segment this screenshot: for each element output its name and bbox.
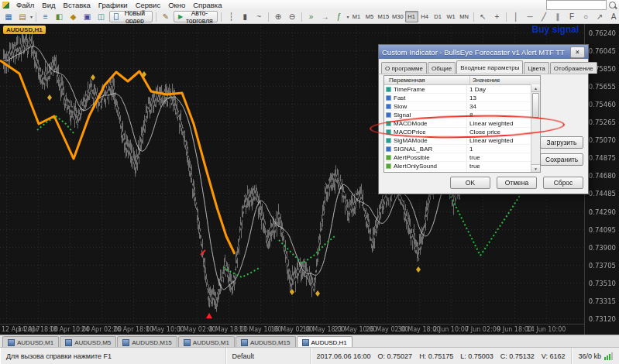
dialog-tab[interactable]: О программе bbox=[381, 62, 427, 74]
profiles-dropdown[interactable]: ▾ bbox=[29, 11, 33, 22]
param-value[interactable]: true bbox=[467, 154, 540, 161]
chart-tab-label: AUDUSD,H1 bbox=[311, 339, 347, 346]
menu-view[interactable]: Вид bbox=[38, 1, 59, 9]
status-profile[interactable]: Default bbox=[226, 348, 311, 364]
param-row[interactable]: MACDPriceClose price bbox=[384, 128, 540, 136]
autotrade-button[interactable]: ▶Авто-торговля bbox=[174, 11, 218, 22]
data-window-icon[interactable]: ◧ bbox=[53, 10, 67, 23]
price-label: 0.75655 bbox=[589, 83, 616, 91]
bars-chart-icon[interactable]: ┆ bbox=[224, 10, 238, 23]
menu-help[interactable]: Справка bbox=[189, 1, 225, 9]
dialog-tab[interactable]: Цвета bbox=[524, 62, 549, 74]
menu-tools[interactable]: Сервис bbox=[132, 1, 165, 9]
chart-tab-audusd-m1[interactable]: AUDUSD,M1 bbox=[2, 336, 59, 348]
param-row[interactable]: TimeFrame1 Day bbox=[384, 85, 540, 94]
close-icon[interactable]: × bbox=[570, 46, 585, 58]
param-value[interactable]: Linear weighted bbox=[467, 137, 540, 144]
chart-tab-audusd-m5[interactable]: AUDUSD,M5 bbox=[60, 336, 116, 348]
timeframe-w1[interactable]: W1 bbox=[445, 11, 458, 22]
candles-chart-icon[interactable]: ▮ bbox=[238, 10, 252, 23]
vertical-line-tool-icon[interactable]: │ bbox=[509, 10, 523, 23]
chart-tab-audusd-m15[interactable]: AUDUSD,M15 bbox=[236, 336, 296, 348]
chart-tab-audusd-m15[interactable]: AUDUSD,M15 bbox=[117, 336, 177, 348]
market-watch-icon[interactable]: ≡ bbox=[39, 10, 53, 23]
param-row[interactable]: AlertOnlySoundtrue bbox=[384, 162, 540, 170]
terminal-icon[interactable]: ▣ bbox=[81, 10, 95, 23]
param-value[interactable]: alert2.wav bbox=[467, 171, 540, 173]
param-value[interactable]: Linear weighted bbox=[467, 120, 540, 127]
param-value[interactable]: 34 bbox=[467, 103, 540, 110]
channel-tool-icon[interactable]: ∥ bbox=[551, 10, 565, 23]
line-chart-icon[interactable]: ~ bbox=[252, 10, 266, 23]
scroll-down-icon[interactable]: ▼ bbox=[531, 164, 540, 172]
search-icon[interactable] bbox=[609, 2, 616, 9]
param-row[interactable]: SigMAModeLinear weighted bbox=[384, 136, 540, 145]
autotrade-play-icon: ▶ bbox=[178, 13, 183, 20]
scroll-thumb[interactable] bbox=[532, 93, 539, 118]
menu-charts[interactable]: Графики bbox=[95, 1, 132, 9]
new-order-button[interactable]: Новый ордер bbox=[109, 11, 153, 22]
shapes-tool-icon[interactable]: ○ bbox=[579, 10, 593, 23]
param-value[interactable]: 8 bbox=[467, 112, 540, 118]
timeframe-m1[interactable]: M1 bbox=[349, 11, 363, 22]
cursor-icon[interactable]: ↖ bbox=[476, 10, 490, 23]
arrows-tool-icon[interactable]: ↗ bbox=[593, 10, 607, 23]
chart-tab-audusd-h1[interactable]: AUDUSD,H1 bbox=[297, 336, 352, 348]
timeframe-d1[interactable]: D1 bbox=[432, 11, 445, 22]
chart-tab-audusd-m1[interactable]: AUDUSD,M1 bbox=[178, 336, 235, 348]
param-name-cell: Fast bbox=[384, 94, 467, 101]
param-value[interactable]: 13 bbox=[467, 94, 540, 101]
dialog-tab[interactable]: Входные параметры bbox=[456, 60, 523, 74]
profiles-icon[interactable]: ▤ bbox=[15, 10, 29, 23]
table-scrollbar[interactable]: ▲ ▼ bbox=[531, 84, 540, 172]
toolbar-separator bbox=[506, 12, 507, 22]
timeframe-m30[interactable]: M30 bbox=[390, 11, 405, 22]
timeframe-h1[interactable]: H1 bbox=[405, 11, 418, 22]
trendline-tool-icon[interactable]: ╱ bbox=[537, 10, 551, 23]
reset-button[interactable]: Сброс bbox=[543, 177, 583, 189]
param-value[interactable]: 1 Day bbox=[467, 86, 540, 93]
param-row[interactable]: AlertPossibletrue bbox=[384, 153, 540, 162]
menu-file[interactable]: Файл bbox=[12, 1, 38, 9]
dialog-tab[interactable]: Отображение bbox=[550, 62, 597, 74]
metaeditor-icon[interactable]: ✎ bbox=[159, 10, 173, 23]
navigator-icon[interactable]: ◆ bbox=[67, 10, 81, 23]
menu-insert[interactable]: Вставка bbox=[60, 1, 95, 9]
fibonacci-tool-icon[interactable]: F bbox=[565, 10, 579, 23]
horizontal-line-tool-icon[interactable]: ─ bbox=[523, 10, 537, 23]
param-name-cell: TimeFrame bbox=[384, 85, 467, 93]
param-value[interactable]: Close price bbox=[467, 129, 540, 136]
timeframe-h4[interactable]: H4 bbox=[418, 11, 432, 22]
zoom-in-icon[interactable]: ⊕ bbox=[271, 10, 285, 23]
param-row[interactable]: Fast13 bbox=[384, 94, 540, 102]
param-row[interactable]: MACDModeLinear weighted bbox=[384, 119, 540, 128]
timeframe-mn[interactable]: MN bbox=[458, 11, 471, 22]
save-button[interactable]: Сохранить bbox=[540, 153, 583, 166]
ok-button[interactable]: OK bbox=[450, 177, 490, 189]
param-row[interactable]: Signal8 bbox=[384, 111, 540, 119]
crosshair-icon[interactable]: + bbox=[490, 10, 504, 23]
param-row[interactable]: Slow34 bbox=[384, 102, 540, 111]
timeframe-m15[interactable]: M15 bbox=[376, 11, 390, 22]
indicators-icon[interactable]: ƒ bbox=[332, 10, 346, 23]
chart-shift-icon[interactable]: → bbox=[318, 10, 332, 23]
zoom-out-icon[interactable]: ⊖ bbox=[285, 10, 299, 23]
param-value[interactable]: true bbox=[467, 163, 540, 170]
autotrade-label: Авто-торговля bbox=[185, 10, 213, 24]
param-value[interactable]: 1 bbox=[467, 146, 540, 153]
load-button[interactable]: Загрузить bbox=[540, 136, 583, 149]
new-chart-icon[interactable]: ▦ bbox=[2, 10, 15, 23]
menu-window[interactable]: Окно bbox=[164, 1, 189, 9]
search-input[interactable] bbox=[546, 0, 607, 10]
auto-scroll-icon[interactable]: » bbox=[304, 10, 318, 23]
scroll-up-icon[interactable]: ▲ bbox=[531, 84, 540, 92]
param-row[interactable]: Soundalert2.wav bbox=[384, 170, 540, 173]
strategy-tester-icon[interactable]: ◫ bbox=[95, 10, 108, 23]
status-help: Для вызова справки нажмите F1 bbox=[0, 348, 226, 364]
dialog-titlebar[interactable]: Custom Indicator - BullsEye Forecaster v… bbox=[379, 45, 588, 59]
dialog-tab[interactable]: Общие bbox=[428, 62, 456, 74]
cancel-button[interactable]: Отмена bbox=[497, 177, 537, 189]
timeframe-m5[interactable]: M5 bbox=[363, 11, 376, 22]
param-row[interactable]: SIGNAL_BAR1 bbox=[384, 145, 540, 153]
text-tool-icon[interactable]: A bbox=[607, 10, 619, 23]
